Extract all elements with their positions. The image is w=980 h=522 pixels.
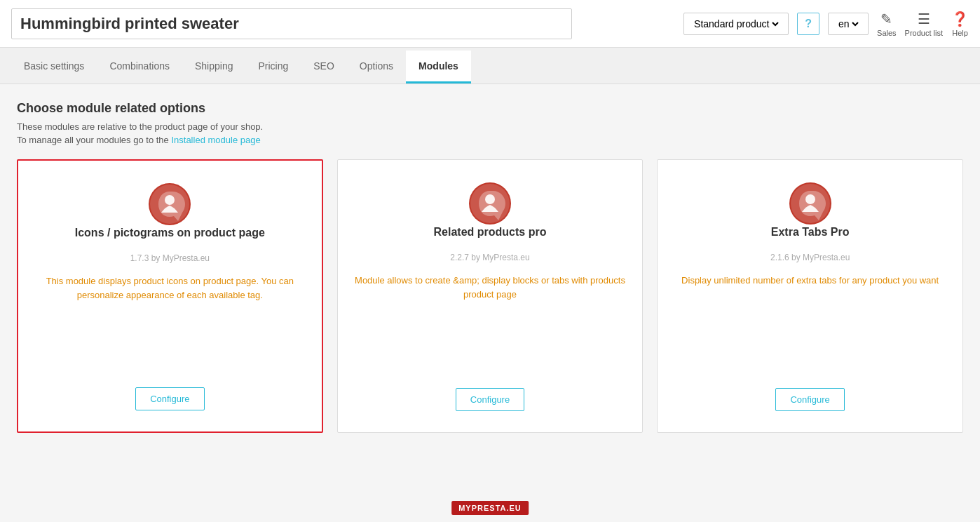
module-name-1: Icons / pictograms on product page [75,227,265,239]
sales-button[interactable]: ✎ Sales [877,11,897,37]
language-dropdown[interactable]: en [836,18,861,30]
module-name-2: Related products pro [434,226,547,239]
list-icon: ☰ [918,11,930,27]
tab-options[interactable]: Options [347,51,406,83]
configure-button-1[interactable]: Configure [135,387,204,410]
tab-combinations[interactable]: Combinations [97,51,182,83]
module-desc-2: Module allows to create &amp; display bl… [352,274,629,367]
svg-point-8 [805,194,815,204]
configure-button-3[interactable]: Configure [775,388,844,411]
tab-shipping[interactable]: Shipping [182,51,246,83]
module-grid: Icons / pictograms on product page 1.7.3… [17,159,963,433]
module-logo-icon-2 [468,181,512,226]
module-desc-1: This module displays product icons on pr… [32,274,308,366]
module-card-related-products: Related products pro 2.2.7 by MyPresta.e… [337,159,644,433]
module-version-2: 2.2.7 by MyPresta.eu [450,253,529,262]
module-card-extra-tabs: Extra Tabs Pro 2.1.6 by MyPresta.eu Disp… [657,159,963,433]
mypresta-badge: MYPRESTA.EU [451,501,529,515]
installed-module-link[interactable]: Installed module page [171,135,260,145]
module-name-3: Extra Tabs Pro [771,226,850,239]
tab-modules[interactable]: Modules [406,51,471,83]
module-version-3: 2.1.6 by MyPresta.eu [770,253,850,262]
svg-point-5 [485,194,495,204]
product-title-input[interactable] [11,8,572,39]
tab-pricing[interactable]: Pricing [245,51,301,83]
tabs-bar: Basic settings Combinations Shipping Pri… [0,48,980,84]
module-logo-icon-1 [147,182,192,227]
main-content: Choose module related options These modu… [0,84,980,522]
module-desc-3: Display unlimited number of extra tabs f… [681,274,939,367]
module-logo-icon-3 [788,181,833,226]
product-type-selector[interactable]: Standard productPack of productsVirtual … [683,13,789,35]
header: Standard productPack of productsVirtual … [0,0,980,48]
help-icon: ❓ [951,11,969,27]
module-version-1: 1.7.3 by MyPresta.eu [130,253,210,263]
product-list-button[interactable]: ☰ Product list [905,11,943,37]
product-type-dropdown[interactable]: Standard productPack of productsVirtual … [691,18,781,30]
help-button[interactable]: ❓ Help [951,11,969,37]
sales-icon: ✎ [880,11,892,27]
language-selector[interactable]: en [828,13,869,35]
header-right: Standard productPack of productsVirtual … [683,11,969,37]
svg-point-2 [165,195,175,205]
section-title: Choose module related options [17,101,963,116]
section-desc-2: To manage all your modules go to the Ins… [17,135,963,145]
configure-button-2[interactable]: Configure [456,388,524,411]
tab-seo[interactable]: SEO [301,51,347,83]
tab-basic-settings[interactable]: Basic settings [11,51,97,83]
section-desc-1: These modules are relative to the produc… [17,121,963,132]
module-card-icons-pictograms: Icons / pictograms on product page 1.7.3… [17,159,323,433]
help-question-icon[interactable]: ? [797,13,819,35]
